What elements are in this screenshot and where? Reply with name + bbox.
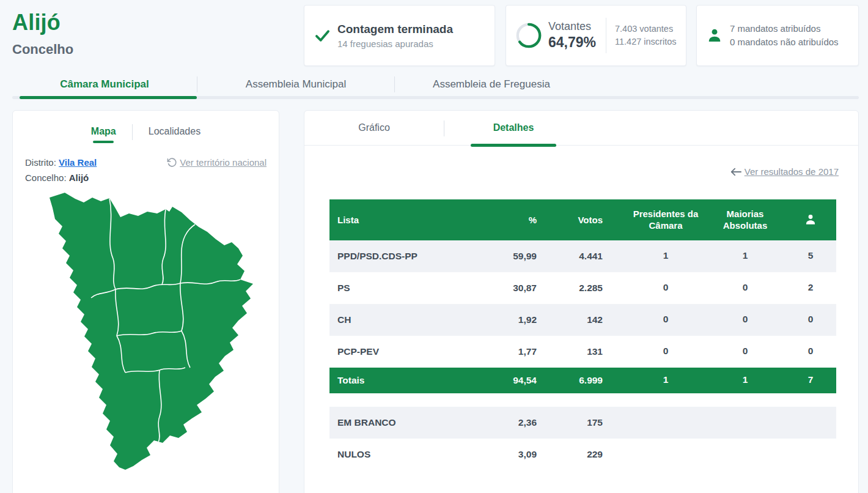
table-row: PPD/PSD.CDS-PP 59,99 4.441 1 1 5	[329, 240, 836, 272]
turnout-percent: 64,79%	[548, 34, 596, 51]
header-presidentes: Presidentes da Câmara	[626, 208, 705, 232]
cell-percent: 1,77	[507, 346, 559, 357]
cell-votos: 175	[559, 417, 626, 428]
results-2017-link[interactable]: Ver resultados de 2017	[730, 166, 839, 177]
cell-votos: 131	[559, 346, 626, 357]
cell-presidentes: 0	[626, 313, 705, 325]
cell-mandatos: 0	[785, 313, 836, 325]
cell-mandatos: 5	[785, 250, 836, 262]
cell-percent: 3,09	[507, 449, 559, 460]
map-panel: Mapa Localidades Distrito: Vila Real Con…	[12, 110, 279, 493]
header-maiorias: Maiorias Absolutas	[705, 208, 785, 232]
tab-separator	[132, 124, 133, 140]
page-subtitle: Concelho	[12, 42, 73, 57]
turnout-voters: 7.403 votantes	[615, 23, 676, 35]
cell-lista: CH	[329, 314, 507, 325]
table-row-blank-votes: EM BRANCO 2,36 175	[329, 407, 836, 439]
election-body-tabs: Câmara Municipal Assembleia Municipal As…	[12, 75, 861, 100]
cell-lista: EM BRANCO	[329, 417, 507, 428]
tab-mapa-label: Mapa	[91, 126, 116, 136]
municipality-line: Concelho: Alijó	[25, 172, 97, 183]
cell-votos: 2.285	[559, 283, 626, 294]
cell-presidentes: 0	[626, 281, 705, 294]
results-tabs: Gráfico Detalhes	[304, 111, 858, 146]
results-panel: Gráfico Detalhes Ver resultados de 2017 …	[304, 110, 859, 493]
page-title: Alijó	[12, 10, 73, 35]
card-divider	[606, 18, 606, 53]
counting-status-title: Contagem terminada	[337, 23, 453, 36]
cell-percent: 1,92	[507, 314, 559, 325]
mandates-assigned: 7 mandatos atribuídos	[730, 22, 839, 35]
tab-assembleia-freguesia[interactable]: Assembleia de Freguesia	[395, 78, 588, 91]
cell-lista: PPD/PSD.CDS-PP	[329, 251, 507, 262]
cell-percent: 59,99	[507, 251, 559, 262]
cell-lista: Totais	[329, 375, 507, 386]
table-row: CH 1,92 142 0 0 0	[329, 304, 836, 336]
cell-lista: NULOS	[329, 449, 507, 460]
active-tab-indicator	[93, 141, 114, 143]
cell-presidentes: 1	[626, 250, 705, 262]
tab-localidades-label: Localidades	[149, 126, 200, 136]
turnout-ring-icon	[515, 21, 543, 50]
map-outline	[50, 193, 253, 470]
cell-maiorias: 1	[705, 250, 785, 262]
cell-mandatos: 2	[785, 281, 836, 294]
district-link[interactable]: Vila Real	[59, 157, 97, 168]
district-label: Distrito:	[25, 157, 56, 168]
cell-votos: 6.999	[559, 375, 626, 386]
cell-votos: 229	[559, 449, 626, 460]
table-header-row: Lista % Votos Presidentes da Câmara Maio…	[329, 199, 836, 240]
active-tab-indicator	[20, 96, 197, 99]
national-territory-link[interactable]: Ver território nacional	[167, 157, 267, 168]
district-line: Distrito: Vila Real	[25, 157, 97, 168]
cell-mandatos: 0	[785, 345, 836, 357]
mandates-unassigned: 0 mandatos não atribuídos	[730, 35, 839, 49]
results-2017-label: Ver resultados de 2017	[745, 166, 839, 177]
header-votos: Votos	[559, 215, 626, 225]
cell-votos: 142	[559, 314, 626, 325]
table-row: PCP-PEV 1,77 131 0 0 0	[329, 336, 836, 368]
table-totals-row: Totais 94,54 6.999 1 1 7	[329, 368, 836, 393]
cell-mandatos: 7	[785, 374, 836, 386]
mandates-column-person-icon	[785, 213, 836, 226]
cell-lista: PS	[329, 283, 507, 294]
turnout-label: Votantes	[548, 20, 596, 33]
table-row-null-votes: NULOS 3,09 229	[329, 439, 836, 470]
cell-percent: 2,36	[507, 417, 559, 428]
table-row: PS 30,87 2.285 0 0 2	[329, 272, 836, 304]
counting-status-subtitle: 14 freguesias apuradas	[337, 39, 453, 49]
results-table: Lista % Votos Presidentes da Câmara Maio…	[329, 199, 836, 470]
cell-votos: 4.441	[559, 251, 626, 262]
check-icon	[314, 28, 331, 44]
national-territory-label: Ver território nacional	[180, 157, 267, 168]
turnout-registered: 11.427 inscritos	[615, 35, 676, 48]
rotate-ccw-icon	[167, 157, 177, 168]
cell-percent: 30,87	[507, 283, 559, 294]
page-header: Alijó Concelho	[12, 10, 73, 57]
mandates-card: 7 mandatos atribuídos 0 mandatos não atr…	[696, 5, 859, 66]
header-lista: Lista	[329, 215, 507, 225]
tab-grafico[interactable]: Gráfico	[304, 111, 444, 145]
cell-lista: PCP-PEV	[329, 346, 507, 357]
cell-presidentes: 0	[626, 345, 705, 357]
table-gap	[329, 393, 836, 407]
counting-status-card: Contagem terminada 14 freguesias apurada…	[304, 5, 495, 66]
active-tab-indicator	[471, 144, 556, 147]
tab-camara-municipal[interactable]: Câmara Municipal	[12, 78, 197, 91]
municipality-map[interactable]	[37, 193, 254, 471]
cell-maiorias: 0	[705, 345, 785, 357]
tab-assembleia-municipal[interactable]: Assembleia Municipal	[197, 78, 394, 91]
cell-percent: 94,54	[507, 375, 559, 386]
municipality-value: Alijó	[69, 172, 89, 183]
tab-localidades[interactable]: Localidades	[149, 126, 200, 138]
tab-detalhes[interactable]: Detalhes	[444, 111, 583, 145]
cell-maiorias: 0	[705, 313, 785, 325]
cell-maiorias: 1	[705, 374, 785, 386]
turnout-card: Votantes 64,79% 7.403 votantes 11.427 in…	[506, 5, 686, 66]
left-arrow-icon	[730, 168, 741, 176]
header-percent: %	[507, 215, 559, 225]
municipality-label: Concelho:	[25, 172, 67, 183]
person-icon	[707, 28, 723, 43]
tab-mapa[interactable]: Mapa	[91, 126, 116, 138]
cell-maiorias: 0	[705, 281, 785, 294]
